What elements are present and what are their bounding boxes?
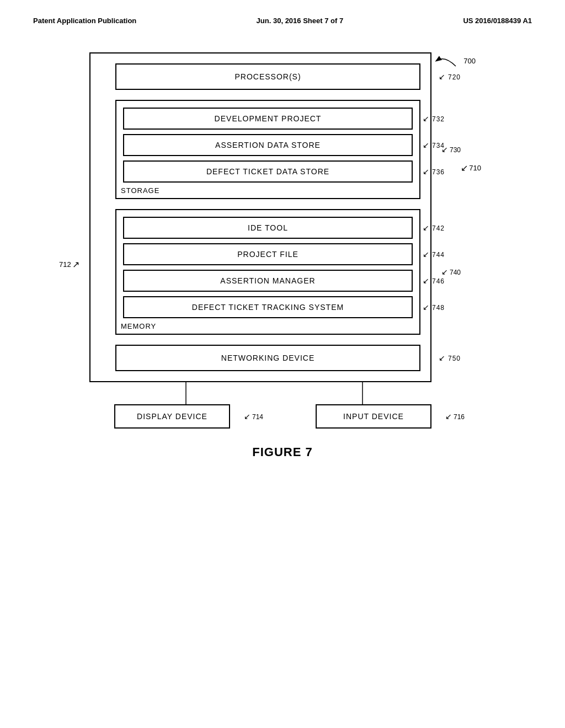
defect-ticket-data-store-label: DEFECT TICKET DATA STORE [206,167,329,176]
outer-system-box: ↙ 710 712 ↗ PROCESSOR(S) ↙ 720 ↙ 730 [89,52,431,429]
ref-716-label: ↙ 716 [445,412,465,421]
display-device-box: DISPLAY DEVICE [114,404,230,429]
header-left: Patent Application Publication [33,17,136,25]
ref-736: ↙ 736 [423,167,445,176]
ref-710: 710 [469,164,481,172]
input-device-box: INPUT DEVICE [316,404,431,429]
ref-712-label: 712 ↗ [59,259,79,270]
development-project-label: DEVELOPMENT PROJECT [215,114,322,123]
page-header: Patent Application Publication Jun. 30, … [0,0,565,25]
ref-700-container: 700 [434,52,476,69]
development-project-box: DEVELOPMENT PROJECT ↙ 732 [123,108,413,130]
memory-group-box: ↙ 740 IDE TOOL ↙ 742 PROJECT FILE ↙ 744 [115,209,420,335]
ref-720-label: ↙ 720 [439,72,461,81]
ref-732: ↙ 732 [423,114,445,123]
project-file-box: PROJECT FILE ↙ 744 [123,243,413,265]
diagram-wrapper: 700 ↙ 710 712 ↗ PROCESSOR(S) ↙ 720 [45,52,520,429]
main-border-box: PROCESSOR(S) ↙ 720 ↙ 730 DEVELOPMENT PRO… [89,52,431,382]
display-device-label: DISPLAY DEVICE [137,412,207,421]
header-right: US 2016/0188439 A1 [463,17,532,25]
ref-742: ↙ 742 [423,223,445,232]
project-file-label: PROJECT FILE [237,250,299,259]
storage-label: STORAGE [121,186,159,195]
input-device-label: INPUT DEVICE [343,412,404,421]
networking-device-label: NETWORKING DEVICE [221,354,315,362]
assertion-data-store-box: ASSERTION DATA STORE ↙ 734 [123,134,413,156]
ref-750-label: ↙ 750 [439,354,461,362]
ref-748: ↙ 748 [423,303,445,312]
memory-label: MEMORY [121,322,156,330]
ref-712: 712 [59,260,71,269]
figure-caption: FIGURE 7 [0,445,565,459]
assertion-manager-box: ASSERTION MANAGER ↙ 746 [123,270,413,292]
ref-734: ↙ 734 [423,141,445,149]
processor-label: PROCESSOR(S) [234,72,301,81]
ref-714-label: ↙ 714 [244,412,263,421]
connector-lines-svg [114,382,456,404]
ref-746: ↙ 746 [423,276,445,285]
figure-caption-text: FIGURE 7 [252,445,312,459]
storage-group-box: ↙ 730 DEVELOPMENT PROJECT ↙ 732 ASSERTIO… [115,100,420,199]
header-center: Jun. 30, 2016 Sheet 7 of 7 [257,17,344,25]
networking-device-box: NETWORKING DEVICE ↙ 750 [115,345,420,371]
ide-tool-label: IDE TOOL [248,223,288,232]
ref-744: ↙ 744 [423,250,445,259]
defect-ticket-tracking-system-label: DEFECT TICKET TRACKING SYSTEM [192,303,344,312]
ref-710-label: ↙ 710 [461,163,481,173]
ref-700: 700 [463,57,476,65]
defect-ticket-data-store-box: DEFECT TICKET DATA STORE ↙ 736 [123,160,413,183]
input-device-container: INPUT DEVICE ↙ 716 [316,404,431,429]
ide-tool-box: IDE TOOL ↙ 742 [123,217,413,239]
assertion-data-store-label: ASSERTION DATA STORE [215,141,321,149]
ref-740-label: ↙ 740 [441,267,461,276]
bottom-devices-row: DISPLAY DEVICE ↙ 714 INPUT DEVICE ↙ 716 [114,404,431,429]
defect-ticket-tracking-system-box: DEFECT TICKET TRACKING SYSTEM ↙ 748 [123,296,413,318]
display-device-container: DISPLAY DEVICE ↙ 714 [114,404,230,429]
processor-box: PROCESSOR(S) ↙ 720 [115,63,420,90]
assertion-manager-label: ASSERTION MANAGER [220,276,315,285]
